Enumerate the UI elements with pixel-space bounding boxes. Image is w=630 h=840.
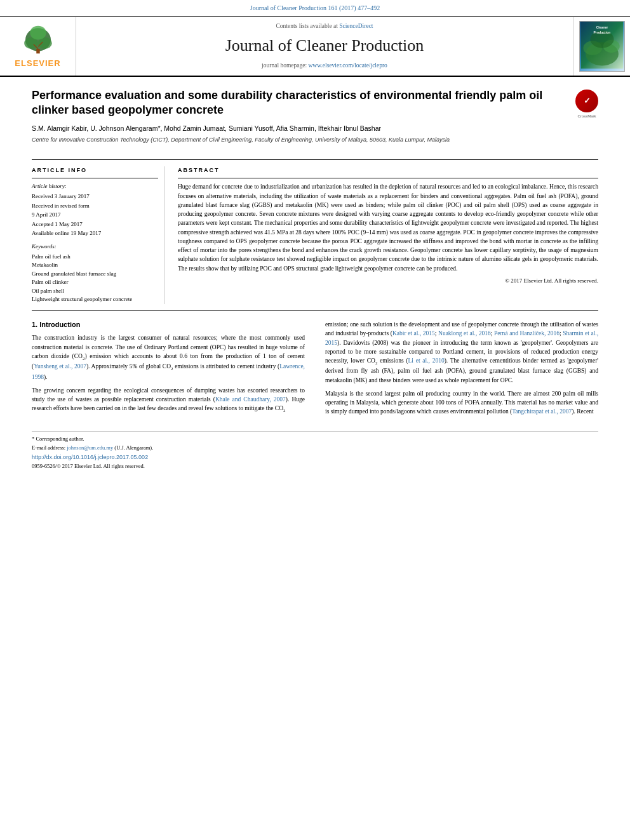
crossmark-badge: ✓ CrossMark xyxy=(575,90,598,112)
journal-citation-link[interactable]: Journal of Cleaner Production 161 (2017)… xyxy=(250,4,380,11)
journal-cover-image: Cleaner Production xyxy=(579,21,625,72)
journal-title: Journal of Cleaner Production xyxy=(225,34,424,57)
keywords-label: Keywords: xyxy=(32,243,158,251)
contents-available-line: Contents lists available at ScienceDirec… xyxy=(276,22,373,30)
crossmark-icon: ✓ xyxy=(575,90,598,112)
keyword-1: Palm oil fuel ash xyxy=(32,253,158,261)
keyword-3: Ground granulated blast furnace slag xyxy=(32,270,158,278)
keyword-2: Metakaolin xyxy=(32,261,158,269)
cover-svg: Cleaner Production xyxy=(579,22,625,69)
corresponding-author-note: * Corresponding author. xyxy=(32,436,598,443)
paper-title-text: Performance evaluation and some durabili… xyxy=(32,88,569,150)
elsevier-label: ELSEVIER xyxy=(15,58,60,69)
homepage-line: journal homepage: www.elsevier.com/locat… xyxy=(262,62,387,70)
authors: S.M. Alamgir Kabir, U. Johnson Alengaram… xyxy=(32,124,569,133)
homepage-url[interactable]: www.elsevier.com/locate/jclepro xyxy=(308,62,387,69)
right-para1: emission; one such solution is the devel… xyxy=(325,320,598,385)
svg-text:Cleaner: Cleaner xyxy=(596,25,608,29)
sciencedirect-link[interactable]: ScienceDirect xyxy=(339,23,373,29)
ref-nuaklong[interactable]: Nuaklong et al., 2016 xyxy=(438,330,491,337)
ref-kabir[interactable]: Kabir et al., 2015 xyxy=(392,330,435,337)
available-date: Available online 19 May 2017 xyxy=(32,229,158,237)
intro-heading: 1. Introduction xyxy=(32,320,305,330)
affiliation: Centre for Innovative Construction Techn… xyxy=(32,136,569,144)
elsevier-logo-box: ELSEVIER xyxy=(0,17,76,76)
ref-khale[interactable]: Khale and Chaudhary, 2007 xyxy=(215,396,286,403)
revised-date: 9 April 2017 xyxy=(32,211,158,219)
article-info-col: ARTICLE INFO Article history: Received 3… xyxy=(32,166,165,304)
body-left-col: 1. Introduction The construction industr… xyxy=(32,320,309,421)
keyword-5: Oil palm shell xyxy=(32,287,158,295)
abstract-text: Huge demand for concrete due to industri… xyxy=(178,182,598,273)
crossmark-label: CrossMark xyxy=(575,114,598,119)
email-line: E-mail address: johnson@um.edu.my (U.J. … xyxy=(32,444,598,452)
revised-label: Received in revised form xyxy=(32,202,158,210)
svg-rect-4 xyxy=(36,49,39,53)
paper-title: Performance evaluation and some durabili… xyxy=(32,88,569,118)
ref-li[interactable]: Li et al., 2010 xyxy=(408,357,445,364)
svg-point-3 xyxy=(30,25,46,39)
doi-link[interactable]: http://dx.doi.org/10.1016/j.jclepro.2017… xyxy=(32,453,598,462)
article-history-label: Article history: xyxy=(32,182,158,190)
issn-line: 0959-6526/© 2017 Elsevier Ltd. All right… xyxy=(32,463,598,470)
ref-yunsheng[interactable]: Yunsheng et al., 2007 xyxy=(34,363,86,370)
elsevier-tree-icon xyxy=(19,23,57,55)
main-content: Performance evaluation and some durabili… xyxy=(0,77,630,486)
keyword-6: Lightweight structural geopolymer concre… xyxy=(32,295,158,303)
abstract-heading: ABSTRACT xyxy=(178,166,598,175)
journal-center: Contents lists available at ScienceDirec… xyxy=(76,17,573,76)
paper-title-section: Performance evaluation and some durabili… xyxy=(32,88,598,150)
abstract-col: ABSTRACT Huge demand for concrete due to… xyxy=(178,166,598,304)
received-date: Received 3 January 2017 xyxy=(32,192,158,201)
top-journal-bar: Journal of Cleaner Production 161 (2017)… xyxy=(0,0,630,17)
email-link[interactable]: johnson@um.edu.my xyxy=(67,444,113,451)
intro-para2: The growing concern regarding the ecolog… xyxy=(32,386,305,415)
article-info-heading: ARTICLE INFO xyxy=(32,166,158,175)
ref-tangchirapat[interactable]: Tangchirapat et al., 2007 xyxy=(512,408,572,415)
article-info-abstract-section: ARTICLE INFO Article history: Received 3… xyxy=(32,159,598,311)
svg-text:Production: Production xyxy=(593,30,610,34)
right-para2: Malaysia is the second largest palm oil … xyxy=(325,389,598,417)
journal-header: ELSEVIER Contents lists available at Sci… xyxy=(0,17,630,77)
ref-perna[interactable]: Perná and Hanzlíček, 2016 xyxy=(494,330,560,337)
body-right-col: emission; one such solution is the devel… xyxy=(321,320,598,421)
footer-section: * Corresponding author. E-mail address: … xyxy=(32,431,598,473)
intro-para1: The construction industry is the largest… xyxy=(32,333,305,382)
keyword-4: Palm oil clinker xyxy=(32,278,158,286)
journal-cover-box: Cleaner Production xyxy=(573,17,630,76)
accepted-date: Accepted 1 May 2017 xyxy=(32,220,158,229)
copyright-line: © 2017 Elsevier Ltd. All rights reserved… xyxy=(178,277,598,285)
body-section: 1. Introduction The construction industr… xyxy=(32,320,598,421)
